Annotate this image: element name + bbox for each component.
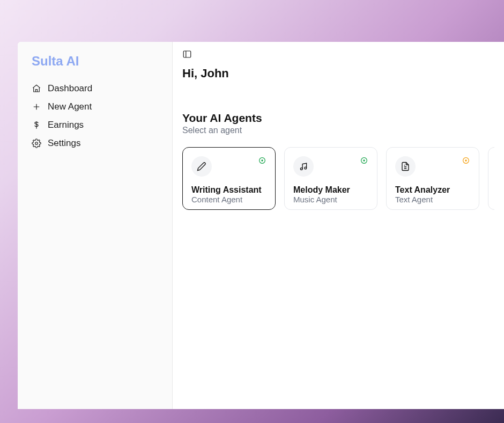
sidebar-item-label: New Agent: [48, 101, 92, 112]
sidebar-item-label: Earnings: [48, 120, 84, 130]
agent-type: Content Agent: [191, 195, 266, 204]
agent-card-blog[interactable]: Blog Content: [488, 147, 494, 210]
dollar-icon: [32, 120, 41, 130]
svg-rect-1: [183, 51, 191, 57]
agent-name: Text Analyzer: [395, 185, 470, 195]
agent-name: Melody Maker: [293, 185, 368, 195]
sidebar: Sulta AI Dashboard New Agent Earnings Se…: [18, 42, 173, 409]
app-brand: Sulta AI: [32, 54, 158, 69]
sidebar-item-settings[interactable]: Settings: [32, 134, 158, 152]
agents-section-subtitle: Select an agent: [182, 126, 494, 135]
sidebar-item-dashboard[interactable]: Dashboard: [32, 79, 158, 98]
sidebar-item-earnings[interactable]: Earnings: [32, 116, 158, 134]
status-indicator-active: [258, 156, 266, 165]
agent-card-writing-assistant[interactable]: Writing Assistant Content Agent: [182, 147, 276, 210]
svg-point-7: [363, 159, 365, 161]
panel-toggle-button[interactable]: [182, 49, 192, 59]
status-indicator-active: [360, 156, 368, 165]
agent-type: Text Agent: [395, 195, 470, 204]
panel-icon: [182, 52, 192, 61]
status-indicator-idle: [462, 156, 470, 165]
app-window: Sulta AI Dashboard New Agent Earnings Se…: [18, 42, 504, 409]
agent-card-melody-maker[interactable]: Melody Maker Music Agent: [284, 147, 377, 210]
svg-point-0: [35, 142, 38, 145]
home-icon: [32, 84, 41, 93]
agent-card-text-analyzer[interactable]: Text Analyzer Text Agent: [386, 147, 479, 210]
agents-section-title: Your AI Agents: [182, 112, 494, 125]
pencil-icon: [191, 156, 212, 177]
agents-list: Writing Assistant Content Agent Melody M…: [182, 147, 494, 210]
sidebar-item-new-agent[interactable]: New Agent: [32, 98, 158, 116]
sidebar-item-label: Dashboard: [48, 83, 92, 94]
sidebar-item-label: Settings: [48, 138, 80, 149]
svg-point-9: [465, 159, 466, 161]
file-icon: [395, 156, 416, 177]
main-content: Hi, John Your AI Agents Select an agent …: [173, 42, 504, 409]
agent-type: Music Agent: [293, 195, 368, 204]
svg-point-3: [261, 159, 263, 161]
gear-icon: [32, 138, 41, 148]
plus-icon: [32, 102, 41, 112]
agent-name: Writing Assistant: [191, 185, 266, 195]
greeting-heading: Hi, John: [182, 67, 494, 81]
music-icon: [293, 156, 314, 177]
